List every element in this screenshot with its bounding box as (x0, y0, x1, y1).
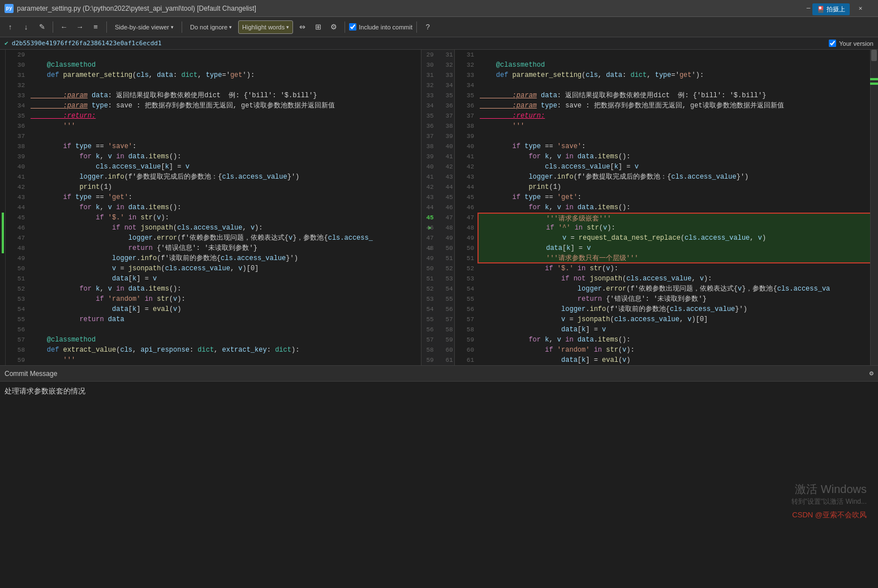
code-line: cls.access_value[k] = v (477, 162, 870, 172)
your-version-checkbox[interactable] (829, 40, 836, 47)
viewer-dropdown[interactable]: Side-by-side viewer (111, 20, 178, 34)
code-line (28, 131, 421, 141)
code-line: ''' (477, 121, 870, 131)
code-line: v = jsonpath(cls.access_value, v)[0] (28, 263, 421, 274)
right-scrollbar[interactable] (870, 50, 878, 365)
nav-next-button[interactable]: ↓ (19, 20, 33, 34)
hash-bar: ✔ d2b55390e41976ff26fa23861423e0af1c6ecd… (0, 37, 878, 50)
commit-header: Commit Message ⚙ (0, 366, 878, 382)
left-code-lines: @classmethod def parameter_setting(cls, … (28, 50, 421, 365)
include-checkbox-label[interactable]: Include into commit (349, 23, 412, 31)
viewer-label: Side-by-side viewer (115, 24, 169, 31)
commit-header-label: Commit Message (5, 370, 57, 378)
include-checkbox[interactable] (349, 23, 356, 31)
your-version-label: Your version (839, 40, 873, 47)
scroll-marker-green (870, 78, 878, 80)
code-line: for k, v in data.items(): (28, 152, 421, 162)
code-line: ''' (28, 355, 421, 365)
code-line: @classmethod (28, 60, 421, 70)
toolbar-separator-2 (106, 21, 107, 33)
code-line (28, 50, 421, 60)
code-line: print(1) (477, 182, 870, 192)
code-line: @classmethod (477, 60, 870, 70)
code-line: if type == 'save': (28, 141, 421, 152)
csdn-badge: CSDN @亚索不会吹风 (791, 510, 867, 520)
title-bar: py parameter_setting.py (D:\python2022\p… (0, 0, 878, 17)
code-line: :param type: save : 把数据存到参数池里面无返回, get读取… (477, 101, 870, 111)
center-divider: 29 30 31 32 33 34 35 36 37 38 39 40 41 4… (421, 50, 455, 365)
commit-hash: d2b55390e41976ff26fa23861423e0af1c6ecdd1 (12, 40, 162, 47)
code-line: print(1) (28, 182, 421, 192)
code-line: if not jsonpath(cls.access_value, v): (28, 223, 421, 233)
code-line (28, 80, 421, 90)
toolbar-separator-1 (53, 21, 53, 33)
columns-button[interactable]: ⊞ (311, 20, 325, 34)
code-line (28, 325, 421, 335)
code-line: def parameter_setting(cls, data: dict, t… (477, 70, 870, 80)
highlight-dropdown[interactable]: Highlight words (238, 20, 293, 34)
scrollbar-thumb[interactable] (871, 50, 877, 61)
code-line: return {'错误信息': '未读取到参数'} (477, 294, 870, 304)
app-icon: py (5, 4, 14, 13)
left-code-panel: 29 30 31 32 33 34 35 36 37 38 39 40 41 4… (6, 50, 421, 365)
code-line: ''' (28, 121, 421, 131)
help-button[interactable]: ? (421, 20, 434, 34)
menu-button[interactable]: ≡ (89, 20, 102, 34)
code-line-added: if '^' in str(v): (477, 223, 870, 233)
code-line (477, 50, 870, 60)
code-line: if 'random' in str(v): (477, 345, 870, 355)
code-line (477, 131, 870, 141)
code-line: data[k] = eval(v) (477, 355, 870, 365)
check-icon: ✔ (5, 40, 8, 47)
code-line: logger.info(f'读取前的参数池{cls.access_value}'… (28, 253, 421, 263)
title-text: parameter_setting.py (D:\python2022\pyte… (17, 5, 256, 12)
back-button[interactable]: ← (57, 20, 71, 34)
main-diff-area: 29 30 31 32 33 34 35 36 37 38 39 40 41 4… (0, 50, 878, 365)
action-btn-1[interactable]: 🎴 拍摄上 (812, 3, 850, 15)
right-code-lines: @classmethod def parameter_setting(cls, … (477, 50, 870, 365)
code-line: logger.info(f'参数提取完成后的参数池：{cls.access_va… (477, 172, 870, 182)
nav-prev-button[interactable]: ↑ (3, 20, 17, 34)
scroll-marker-green-2 (870, 83, 878, 85)
right-line-numbers: 31 32 33 34 35 36 37 38 39 40 41 42 43 4… (455, 50, 477, 365)
close-button[interactable]: ✕ (847, 0, 873, 17)
forward-button[interactable]: → (73, 20, 87, 34)
code-line-added: '''请求多级嵌套''' (477, 213, 870, 223)
code-line: :param data: 返回结果提取和参数依赖使用dict 例: {'bill… (28, 90, 421, 101)
edit-button[interactable]: ✎ (35, 20, 49, 34)
ignore-dropdown[interactable]: Do not ignore (186, 20, 236, 34)
code-line: data[k] = eval(v) (28, 304, 421, 314)
code-line: def parameter_setting(cls, data: dict, t… (28, 70, 421, 80)
toolbar: ↑ ↓ ✎ ← → ≡ Side-by-side viewer Do not i… (0, 17, 878, 37)
commit-area: Commit Message ⚙ 处理请求参数嵌套的情况 (0, 365, 878, 478)
code-line (477, 80, 870, 90)
watermark: 激活 Windows 转到"设置"以激活 Wind... CSDN @亚索不会吹… (791, 482, 867, 520)
code-line: data[k] = v (477, 325, 870, 335)
highlight-label: Highlight words (242, 24, 285, 31)
code-line: def extract_value(cls, api_response: dic… (28, 345, 421, 355)
code-line: if type == 'get': (28, 192, 421, 202)
code-line: return data (28, 314, 421, 325)
top-right-actions: 🎴 拍摄上 (812, 3, 850, 15)
code-line: if not jsonpath(cls.access_value, v): (477, 274, 870, 284)
code-line-added: v = request_data_nest_replace(cls.access… (477, 233, 870, 243)
code-line: if '$.' in str(v): (28, 213, 421, 223)
code-line: for k, v in data.items(): (28, 202, 421, 213)
commit-body: 处理请求参数嵌套的情况 (0, 382, 878, 478)
code-line: :param data: 返回结果提取和参数依赖使用dict 例: {'bill… (477, 90, 870, 101)
your-version-section: Your version (829, 40, 873, 47)
divider-right-nums: 31 32 33 34 35 36 37 38 39 40 41 42 43 4… (438, 50, 455, 365)
activate-windows-sub: 转到"设置"以激活 Wind... (791, 497, 867, 507)
code-line: :return: (28, 111, 421, 121)
code-line-added: data[k] = v (477, 243, 870, 253)
toolbar-separator-5 (416, 21, 417, 33)
settings-button[interactable]: ⚙ (327, 20, 341, 34)
code-line: @classmethod (28, 335, 421, 345)
code-line: logger.error(f'依赖参数出现问题，依赖表达式{v}，参数池{cls… (28, 233, 421, 243)
code-line: if 'random' in str(v): (28, 294, 421, 304)
split-button[interactable]: ⇔ (295, 20, 309, 34)
code-line: for k, v in data.items(): (28, 284, 421, 294)
commit-settings-icon[interactable]: ⚙ (870, 369, 873, 378)
code-line: logger.info(f'读取前的参数池{cls.access_value}'… (477, 304, 870, 314)
ignore-label: Do not ignore (190, 24, 227, 31)
